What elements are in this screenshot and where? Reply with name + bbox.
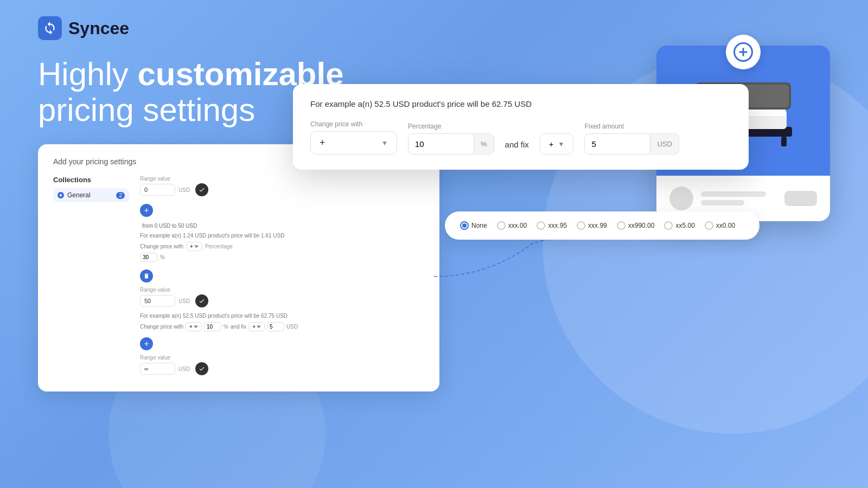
check-button-2[interactable] bbox=[195, 294, 208, 307]
check-button-1[interactable] bbox=[195, 183, 208, 196]
and-fix-label: and fix bbox=[505, 140, 529, 155]
percentage-input-1[interactable] bbox=[140, 253, 157, 262]
headline-normal: Highly bbox=[38, 56, 137, 92]
currency-3: USD bbox=[178, 366, 190, 372]
rounding-options-card: None xxx.00 xxx.95 xxx.99 xx990.00 xx5.0… bbox=[445, 211, 760, 240]
range-label-1: Range value bbox=[140, 176, 170, 182]
collection-radio bbox=[58, 192, 64, 198]
band-label: from 0 USD to 50 USD bbox=[140, 221, 424, 230]
radio-circle-xx500 bbox=[664, 221, 673, 230]
pricing-card: Add your pricing settings Collections Ge… bbox=[38, 144, 439, 391]
radio-xx000[interactable]: xx0.00 bbox=[705, 221, 735, 230]
collection-name: General bbox=[67, 191, 91, 199]
radio-circle-xx99000 bbox=[617, 221, 626, 230]
radio-label-xx000: xx0.00 bbox=[716, 222, 735, 229]
header: Syncee bbox=[0, 0, 868, 40]
product-text-line-2 bbox=[701, 200, 744, 206]
expanded-fields: Change price with + ▼ Percentage % and f… bbox=[310, 119, 731, 155]
usd-sm: USD bbox=[286, 324, 298, 330]
plus-button-1[interactable] bbox=[140, 204, 153, 217]
percentage-field-label: Percentage bbox=[408, 123, 494, 130]
fixed-amount-input[interactable] bbox=[585, 134, 650, 154]
expanded-pricing-card: For example a(n) 52.5 USD product's pric… bbox=[293, 84, 749, 170]
range-input-1[interactable] bbox=[140, 184, 175, 196]
delete-button[interactable] bbox=[140, 269, 153, 282]
and-fix-sm: and fix bbox=[231, 324, 246, 330]
logo-text: Syncee bbox=[68, 18, 129, 38]
operator-select-1[interactable]: + bbox=[186, 242, 202, 251]
currency-2: USD bbox=[178, 298, 190, 304]
range-label-2: Range value bbox=[140, 287, 170, 293]
add-rule-2 bbox=[140, 337, 424, 350]
percentage-input-group: % bbox=[408, 133, 494, 155]
chevron-icon: ▼ bbox=[381, 139, 388, 147]
expanded-example-text: For example a(n) 52.5 USD product's pric… bbox=[310, 99, 731, 108]
plus-button-2[interactable] bbox=[140, 337, 153, 350]
range-label-3: Range value bbox=[140, 355, 170, 361]
change-price-label-2: Change price with bbox=[140, 324, 183, 330]
and-fix-group: and fix bbox=[505, 140, 529, 155]
example-text-1: For example a(n) 1.24 USD product's pric… bbox=[140, 233, 284, 239]
operator-select-2[interactable]: + bbox=[186, 322, 202, 331]
change-price-group: Change price with + ▼ bbox=[310, 120, 397, 155]
product-avatar bbox=[669, 187, 693, 210]
fix-operator-select[interactable]: + ▼ bbox=[540, 133, 574, 155]
logo-icon bbox=[38, 16, 62, 40]
radio-xxx00[interactable]: xxx.00 bbox=[497, 221, 527, 230]
percent-unit: % bbox=[474, 134, 494, 153]
radio-none[interactable]: None bbox=[460, 221, 487, 230]
collection-item[interactable]: General 2 bbox=[53, 188, 129, 202]
radio-label-xxx99: xxx.99 bbox=[588, 222, 607, 229]
collections-panel: Collections General 2 bbox=[53, 176, 129, 378]
radio-xxx99[interactable]: xxx.99 bbox=[577, 221, 607, 230]
radio-xxx95[interactable]: xxx.95 bbox=[537, 221, 567, 230]
pct-label-header-1: Percentage bbox=[205, 243, 233, 249]
fixed-amount-input-group: USD bbox=[584, 133, 679, 155]
percentage-field-input[interactable] bbox=[409, 134, 474, 154]
product-text-lines bbox=[701, 191, 777, 206]
rule-row-inf: Range value USD bbox=[140, 355, 424, 375]
product-text-line-1 bbox=[701, 191, 766, 197]
radio-label-none: None bbox=[471, 222, 487, 229]
radio-circle-xxx95 bbox=[537, 221, 545, 230]
radio-label-xx500: xx5.00 bbox=[675, 222, 694, 229]
example-text-2: For example a(n) 52.5 USD product's pric… bbox=[140, 313, 288, 319]
operator-select-3[interactable]: + bbox=[248, 322, 265, 331]
rule-mid-row bbox=[140, 269, 424, 282]
add-product-button[interactable] bbox=[726, 35, 761, 69]
check-button-3[interactable] bbox=[195, 362, 208, 375]
svg-rect-9 bbox=[781, 137, 787, 146]
radio-label-xx99000: xx990.00 bbox=[628, 222, 655, 229]
radio-circle-xx000 bbox=[705, 221, 713, 230]
fixed-amount-label: Fixed amount bbox=[584, 123, 679, 130]
product-price-block bbox=[784, 191, 817, 206]
usd-unit: USD bbox=[650, 134, 678, 153]
percentage-input-2[interactable] bbox=[204, 322, 221, 331]
currency-1: USD bbox=[178, 187, 190, 193]
rules-area: Range value USD bbox=[140, 176, 424, 378]
radio-xx99000[interactable]: xx990.00 bbox=[617, 221, 655, 230]
change-price-label-1: Change price with bbox=[140, 243, 183, 249]
fix-operator-group: + ▼ bbox=[540, 119, 574, 155]
range-input-2[interactable] bbox=[140, 295, 175, 307]
range-input-3[interactable] bbox=[140, 363, 175, 375]
radio-circle-xxx00 bbox=[497, 221, 506, 230]
collections-label: Collections bbox=[53, 176, 129, 184]
rule-row-2: For example a(n) 1.24 USD product's pric… bbox=[140, 233, 424, 262]
fixed-amount-group: Fixed amount USD bbox=[584, 123, 679, 155]
radio-circle-none bbox=[460, 221, 469, 230]
radio-circle-xxx99 bbox=[577, 221, 585, 230]
change-price-field-label: Change price with bbox=[310, 120, 397, 128]
radio-xx500[interactable]: xx5.00 bbox=[664, 221, 694, 230]
add-rule-1 bbox=[140, 204, 424, 217]
change-price-select[interactable]: + ▼ bbox=[310, 131, 397, 155]
fixed-input-2[interactable] bbox=[267, 322, 284, 331]
rule-row-3: Range value USD bbox=[140, 287, 424, 307]
radio-label-xxx95: xxx.95 bbox=[548, 222, 567, 229]
pct-unit-1: % bbox=[160, 254, 165, 260]
radio-label-xxx00: xxx.00 bbox=[508, 222, 527, 229]
rule-row-1: Range value USD bbox=[140, 176, 424, 196]
collection-badge: 2 bbox=[116, 192, 125, 199]
plus-symbol: + bbox=[320, 137, 326, 149]
percentage-group: Percentage % bbox=[408, 123, 494, 155]
